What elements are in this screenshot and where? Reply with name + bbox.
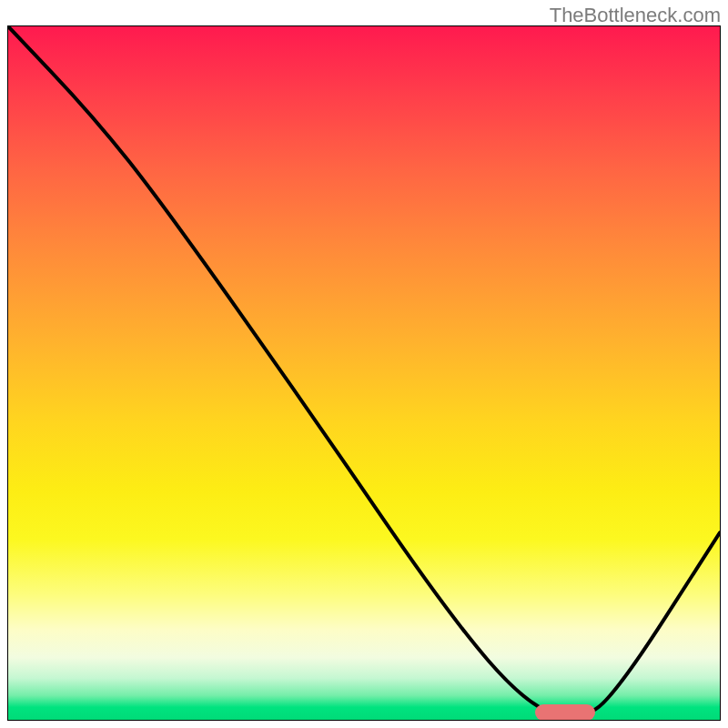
chart-border [7, 25, 721, 721]
watermark-text: TheBottleneck.com [550, 4, 721, 27]
chart-frame: TheBottleneck.com [0, 0, 728, 728]
